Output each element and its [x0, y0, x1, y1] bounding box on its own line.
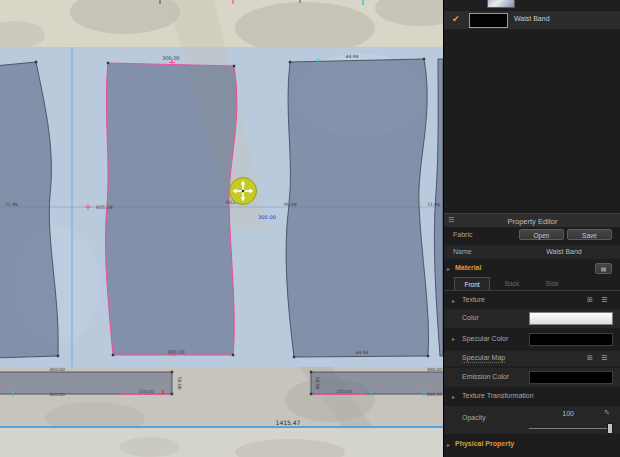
measurement-label: 50.00: [315, 377, 320, 390]
texture-label: Texture: [462, 296, 485, 303]
camo-blob: [120, 437, 180, 457]
name-row: Name Waist Band: [444, 245, 620, 259]
measurement-label: 300.00: [427, 392, 443, 397]
measurement-label: 71.96: [5, 202, 18, 207]
opacity-row: Opacity 100 ✎: [444, 406, 620, 434]
collapse-arrow-icon[interactable]: ▸: [452, 335, 455, 342]
waistband-strip-right[interactable]: [311, 372, 443, 394]
physical-property-section-label: Physical Property: [455, 440, 514, 447]
measurement-label: 44.94: [356, 350, 369, 355]
specular-color-label: Specular Color: [462, 335, 508, 342]
measurement-label: 150.00: [138, 389, 154, 394]
app-window: 300.00 300.00 44.94 44.94 71.96 71.96 60…: [0, 0, 620, 457]
opacity-slider-handle[interactable]: [607, 423, 613, 434]
texture-transformation-row: ▸ Texture Transformation: [444, 390, 620, 404]
texture-row: ▸ Texture ⊞ ☰: [444, 293, 620, 308]
material-tabs: Front Back Side: [444, 277, 620, 291]
collapse-arrow-icon[interactable]: ▸: [452, 393, 455, 400]
fabric-list-item-selected[interactable]: ✔ Waist Band: [444, 11, 620, 29]
opacity-label: Opacity: [462, 414, 486, 421]
emission-color-row: Emission Color: [444, 368, 620, 387]
measurement-label: 50.00: [177, 377, 182, 390]
color-row: Color: [444, 309, 620, 328]
fabric-item-label: Waist Band: [514, 15, 550, 22]
tab-back[interactable]: Back: [494, 277, 530, 290]
collapse-arrow-icon[interactable]: ▸: [447, 441, 450, 448]
measurement-label: 95.04: [284, 202, 297, 207]
tab-front[interactable]: Front: [454, 277, 490, 290]
move-cursor-icon: [230, 178, 257, 205]
measurement-label: 300.00: [49, 367, 65, 372]
emission-color-label: Emission Color: [462, 373, 509, 380]
save-button[interactable]: Save: [567, 229, 612, 240]
measurement-label: 300.00: [49, 392, 65, 397]
canvas-light-band: [0, 428, 443, 457]
specular-map-row: Specular Map ⊞ ☰: [444, 351, 620, 366]
check-icon[interactable]: ✔: [452, 14, 460, 24]
fabric-row: Fabric Open Save: [444, 228, 620, 243]
map-list-icon[interactable]: ☰: [601, 354, 607, 362]
total-width-label: 1415.47: [276, 419, 301, 426]
fabric-color-swatch[interactable]: [469, 13, 508, 28]
fabric-thumbnail[interactable]: [487, 0, 515, 8]
right-side-panel: Skirt ✔ Waist Band ☰ Property Editor Fab…: [443, 0, 620, 457]
load-map-icon[interactable]: ⊞: [587, 354, 593, 362]
measurement-label: 605.04: [96, 205, 113, 210]
material-section-label: Material: [455, 264, 481, 271]
pattern-piece-middle-selected[interactable]: [106, 63, 237, 355]
emission-color-swatch[interactable]: [529, 371, 613, 384]
material-options-icon[interactable]: ▤: [595, 263, 612, 274]
measurement-label: 300.00: [162, 55, 180, 61]
opacity-value[interactable]: 100: [529, 410, 574, 417]
collapse-arrow-icon[interactable]: ▸: [447, 265, 450, 272]
specular-color-row: ▸ Specular Color: [444, 330, 620, 349]
pattern-2d-canvas[interactable]: 300.00 300.00 44.94 44.94 71.96 71.96 60…: [0, 0, 443, 457]
specular-color-swatch[interactable]: [529, 333, 613, 346]
texture-transformation-label: Texture Transformation: [462, 392, 534, 399]
open-button[interactable]: Open: [519, 229, 564, 240]
fabric-label: Fabric: [453, 231, 472, 238]
property-editor-header[interactable]: ☰ Property Editor: [444, 213, 620, 227]
texture-list-icon[interactable]: ☰: [601, 296, 607, 304]
camo-blob: [235, 2, 375, 54]
measurement-label: 300.00: [167, 349, 185, 355]
color-label: Color: [462, 314, 479, 321]
opacity-slider-track[interactable]: [529, 428, 613, 429]
material-section-row[interactable]: ▸ Material ▤: [444, 261, 620, 276]
pencil-icon[interactable]: ✎: [604, 409, 610, 417]
physical-property-section-row[interactable]: ▸ Physical Property: [444, 437, 620, 452]
color-swatch[interactable]: [529, 312, 613, 325]
measurement-label: 150.00: [336, 389, 352, 394]
name-label: Name: [453, 248, 472, 255]
measurement-label: 300.00: [427, 367, 443, 372]
pattern-piece-right[interactable]: [286, 59, 428, 357]
name-value[interactable]: Waist Band: [514, 248, 614, 255]
measurement-label: 71.96: [427, 202, 440, 207]
tab-side[interactable]: Side: [534, 277, 570, 290]
fabric-list-item[interactable]: Skirt: [444, 0, 620, 9]
measurement-label: 44.94: [346, 54, 359, 59]
specular-map-label: Specular Map: [462, 354, 505, 363]
load-texture-icon[interactable]: ⊞: [587, 296, 593, 304]
panel-title: Property Editor: [444, 217, 620, 226]
drag-length-label: 300.00: [258, 214, 276, 220]
collapse-arrow-icon[interactable]: ▸: [452, 297, 455, 304]
